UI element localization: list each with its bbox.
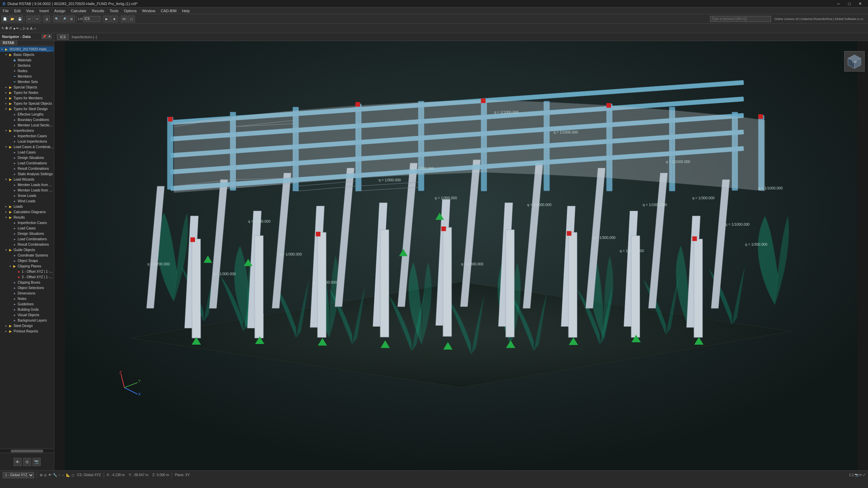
nav-tab-rstab[interactable]: RSTAB xyxy=(0,40,17,45)
tree-expand-icon[interactable] xyxy=(8,286,12,290)
sb-right-btn4[interactable]: ⤢ xyxy=(863,473,865,477)
tree-item[interactable]: ▸Local Imperfections xyxy=(0,139,54,144)
sb-btn1[interactable]: ⊞ xyxy=(40,473,42,477)
tree-item[interactable]: ▾▶Load Cases & Combinations xyxy=(0,144,54,149)
tree-expand-icon[interactable] xyxy=(8,259,12,263)
tree-expand-icon[interactable] xyxy=(8,80,12,84)
tree-expand-icon[interactable] xyxy=(12,275,16,279)
menu-item-tools[interactable]: Tools xyxy=(107,8,121,14)
tree-item[interactable]: ▸Clipping Boxes xyxy=(0,280,54,285)
wireframe-button[interactable]: ◻ xyxy=(128,16,135,22)
tree-expand-icon[interactable]: ▸ xyxy=(4,329,8,333)
minimize-button[interactable]: ─ xyxy=(833,1,844,7)
tree-item[interactable]: ▸Imperfection Cases xyxy=(0,220,54,225)
dimension-button[interactable]: ↔ xyxy=(33,26,37,30)
node-button[interactable]: ● xyxy=(13,26,16,30)
open-button[interactable]: 📂 xyxy=(9,16,16,22)
tree-item[interactable]: ▸▶Special Objects xyxy=(0,84,54,90)
tree-item[interactable]: ▸▶Types for Members xyxy=(0,95,54,101)
tree-expand-icon[interactable] xyxy=(8,150,12,154)
tree-item[interactable]: ▸▶Printout Reports xyxy=(0,328,54,334)
tree-item[interactable]: ■1 - Offset XYZ | 1 - Global XYZ | 0.0 xyxy=(0,269,54,274)
tree-expand-icon[interactable] xyxy=(8,231,12,236)
tree-item[interactable]: ▸Snow Loads xyxy=(0,193,54,198)
rotate-button[interactable]: ↺ xyxy=(9,26,12,30)
tree-expand-icon[interactable]: ▸ xyxy=(4,101,8,105)
tree-expand-icon[interactable] xyxy=(8,134,12,138)
tree-item[interactable]: ▸Member Local Section Reductions xyxy=(0,122,54,128)
sb-btn7[interactable]: 📐 xyxy=(66,473,70,477)
coord-system-select[interactable]: 1 - Global XYZ xyxy=(3,472,34,478)
tree-expand-icon[interactable] xyxy=(8,74,12,78)
nav-scrollbar[interactable] xyxy=(0,449,54,453)
tree-item[interactable]: ▸Load Combinations xyxy=(0,160,54,166)
sb-btn2[interactable]: ◎ xyxy=(44,473,47,477)
nav-camera-button[interactable]: 📷 xyxy=(33,458,41,466)
move-button[interactable]: ✥ xyxy=(5,26,8,30)
tree-expand-icon[interactable] xyxy=(8,172,12,176)
tree-item[interactable]: ▾▶Results xyxy=(0,215,54,220)
tree-expand-icon[interactable]: ▸ xyxy=(4,204,8,208)
tree-expand-icon[interactable]: ▾ xyxy=(4,107,8,111)
tree-item[interactable]: ━Members xyxy=(0,74,54,79)
new-button[interactable]: 📄 xyxy=(1,16,8,22)
tree-expand-icon[interactable] xyxy=(8,199,12,203)
cube-navigator[interactable]: TOP xyxy=(844,51,865,72)
sb-btn8[interactable]: ◻ xyxy=(72,473,74,477)
tree-item[interactable]: ▸▶Calculation Diagrams xyxy=(0,209,54,215)
tree-item[interactable]: ▸Design Situations xyxy=(0,155,54,160)
tree-item[interactable]: ▸Background Layers xyxy=(0,318,54,323)
render-button[interactable]: ▶ xyxy=(103,16,110,22)
tree-item[interactable]: ▸Result Combinations xyxy=(0,242,54,247)
maximize-button[interactable]: □ xyxy=(844,1,854,7)
tree-expand-icon[interactable] xyxy=(8,123,12,127)
search-input[interactable] xyxy=(710,16,771,22)
tree-item[interactable]: •Nodes xyxy=(0,68,54,74)
tree-item[interactable]: ▾▶Basic Objects xyxy=(0,52,54,57)
tree-expand-icon[interactable] xyxy=(8,221,12,225)
load-button[interactable]: ↓ xyxy=(20,26,22,30)
tree-expand-icon[interactable] xyxy=(8,318,12,322)
tree-item[interactable]: ▸▶Loads xyxy=(0,204,54,209)
tree-expand-icon[interactable]: ▾ xyxy=(4,248,8,252)
tree-item[interactable]: ▸▶Steel Design xyxy=(0,323,54,328)
tree-item[interactable]: ▸Guidelines xyxy=(0,301,54,307)
tree-item[interactable]: ▸Wind Loads xyxy=(0,198,54,204)
tree-item[interactable]: ▸Design Situations xyxy=(0,231,54,236)
tree-item[interactable]: ▸Effective Lengths xyxy=(0,111,54,117)
select-button[interactable]: ↖ xyxy=(1,26,4,30)
view3d-button[interactable]: 3D xyxy=(121,16,127,22)
nav-view-button[interactable]: 👁 xyxy=(14,458,22,466)
tree-item[interactable]: ▸Load Cases xyxy=(0,149,54,155)
sb-btn6[interactable]: ↔ xyxy=(61,473,65,477)
tree-item[interactable]: ▸Boundary Conditions xyxy=(0,117,54,122)
menu-item-cad-bim[interactable]: CAD-BIM xyxy=(158,8,179,14)
menu-item-assign[interactable]: Assign xyxy=(52,8,68,14)
tree-expand-icon[interactable]: ▸ xyxy=(4,96,8,100)
tree-item[interactable]: ▾▶Guide Objects xyxy=(0,247,54,252)
sb-right-btn1[interactable]: 1:1 xyxy=(849,473,854,477)
viewport-tab[interactable]: IC6 xyxy=(57,34,69,40)
menu-item-view[interactable]: View xyxy=(23,8,37,14)
tree-expand-icon[interactable] xyxy=(8,237,12,241)
tree-expand-icon[interactable] xyxy=(8,166,12,170)
tree-expand-icon[interactable] xyxy=(8,291,12,295)
tree-item[interactable]: ▸Object Selections xyxy=(0,285,54,290)
redo-button[interactable]: ↪ xyxy=(34,16,40,22)
menu-item-results[interactable]: Results xyxy=(89,8,107,14)
menu-item-calculate[interactable]: Calculate xyxy=(68,8,89,14)
tree-item[interactable]: ▸Result Combinations xyxy=(0,166,54,171)
tree-item[interactable]: ▸Member Loads from Free Line Load xyxy=(0,187,54,193)
tree-item[interactable]: ▸Coordinate Systems xyxy=(0,252,54,258)
tree-expand-icon[interactable] xyxy=(8,118,12,122)
tree-expand-icon[interactable]: ▾ xyxy=(4,215,8,219)
tree-expand-icon[interactable]: ▾ xyxy=(8,264,12,268)
tree-expand-icon[interactable] xyxy=(8,63,12,67)
tree-expand-icon[interactable]: ▸ xyxy=(4,324,8,328)
tree-expand-icon[interactable] xyxy=(8,139,12,143)
lot-combo[interactable] xyxy=(83,16,100,22)
tree-expand-icon[interactable]: ▾ xyxy=(4,177,8,181)
tree-item[interactable]: ━Member Sets xyxy=(0,79,54,84)
nav-close-button[interactable]: ✕ xyxy=(47,34,52,39)
close-button[interactable]: ✕ xyxy=(855,1,865,7)
